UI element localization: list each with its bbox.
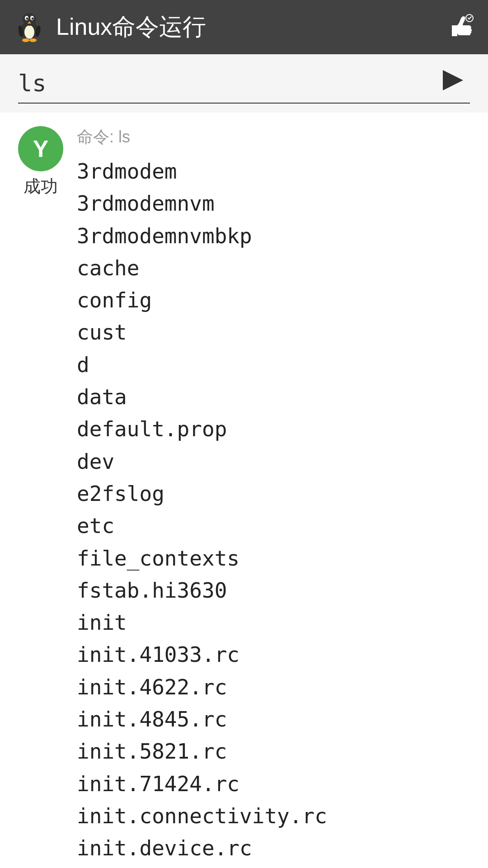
command-label: 命令: ls (77, 126, 470, 148)
output-section: Y 成功 命令: ls 3rdmodem3rdmodemnvm3rdmodemn… (0, 113, 488, 868)
input-section (0, 54, 488, 104)
svg-point-9 (29, 38, 37, 42)
svg-marker-13 (443, 70, 463, 90)
send-icon (441, 71, 465, 98)
send-button[interactable] (436, 68, 470, 98)
result-content: 命令: ls 3rdmodem3rdmodemnvm3rdmodemnvmbkp… (77, 126, 470, 868)
list-item: init.environ.rc (77, 865, 470, 868)
list-item: fstab.hi3630 (77, 575, 470, 607)
thumbs-up-icon (447, 13, 474, 40)
list-item: etc (77, 510, 470, 542)
list-item: 3rdmodemnvm (77, 188, 470, 220)
svg-point-1 (24, 25, 34, 39)
list-item: 3rdmodemnvmbkp (77, 220, 470, 252)
list-item: default.prop (77, 413, 470, 445)
list-item: dev (77, 446, 470, 478)
list-item: data (77, 381, 470, 413)
list-item: init (77, 607, 470, 639)
list-item: init.71424.rc (77, 768, 470, 800)
svg-point-8 (22, 38, 29, 42)
list-item: init.41033.rc (77, 639, 470, 671)
executed-command: ls (118, 127, 130, 146)
header-left: Linux命令运行 (14, 11, 206, 43)
list-item: cache (77, 252, 470, 284)
status-text: 成功 (23, 175, 58, 198)
list-item: init.connectivity.rc (77, 800, 470, 832)
file-list: 3rdmodem3rdmodemnvm3rdmodemnvmbkpcacheco… (77, 156, 470, 868)
linux-penguin-icon (14, 11, 45, 43)
list-item: init.device.rc (77, 832, 470, 864)
command-prefix: 命令: (77, 127, 118, 146)
list-item: cust (77, 316, 470, 349)
list-item: e2fslog (77, 478, 470, 510)
list-item: init.5821.rc (77, 736, 470, 768)
list-item: file_contexts (77, 542, 470, 575)
header-title: Linux命令运行 (56, 11, 206, 43)
svg-point-5 (26, 18, 28, 20)
thumbs-up-button[interactable] (447, 13, 474, 42)
list-item: init.4622.rc (77, 671, 470, 703)
command-input[interactable] (18, 70, 436, 97)
app-header: Linux命令运行 (0, 0, 488, 54)
result-header: Y 成功 命令: ls 3rdmodem3rdmodemnvm3rdmodemn… (18, 126, 470, 868)
avatar: Y (18, 126, 63, 171)
list-item: 3rdmodem (77, 156, 470, 188)
command-input-row (18, 68, 470, 104)
avatar-container: Y 成功 (18, 126, 63, 198)
list-item: config (77, 284, 470, 316)
svg-point-6 (32, 18, 34, 20)
list-item: d (77, 349, 470, 381)
svg-point-2 (23, 13, 36, 26)
list-item: init.4845.rc (77, 703, 470, 736)
